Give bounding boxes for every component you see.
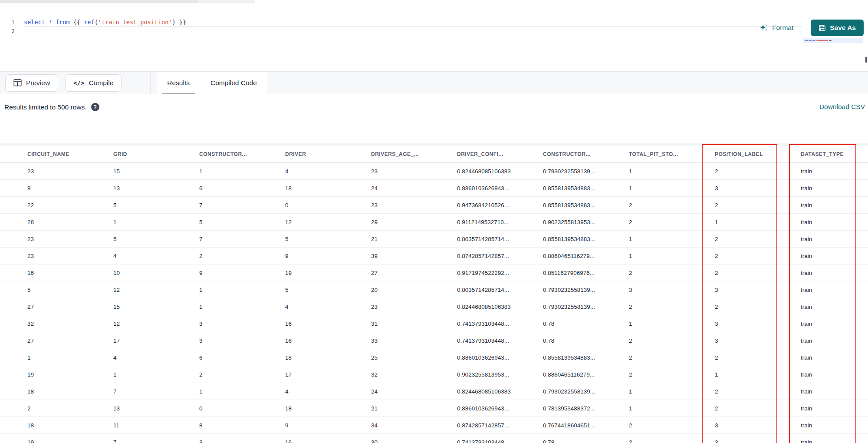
column-header: GRID (107, 151, 193, 157)
cell-position-label: 2 (709, 168, 795, 175)
cell-grid: 4 (107, 253, 193, 259)
cell-driver-confidence: 0.9023255813953... (451, 371, 537, 378)
table-row: 16 10 9 19 27 0.9171974522292... 0.85116… (0, 264, 868, 281)
cell-drivers-age: 23 (365, 202, 451, 208)
cell-circuit-name: 28 (21, 219, 107, 225)
download-csv-link[interactable]: Download CSV (819, 103, 865, 111)
code-line-2[interactable]: 2 (0, 26, 868, 35)
cell-driver: 16 (279, 439, 365, 443)
help-icon[interactable]: ? (91, 103, 99, 111)
cell-drivers-age: 29 (365, 219, 451, 225)
cell-driver-confidence: 0.824468085106383 (451, 168, 537, 175)
results-table: CIRCUIT_NAME GRID CONSTRUCTOR... DRIVER … (0, 143, 868, 443)
table-row: 2 13 0 18 21 0.8860103626943... 0.781395… (0, 400, 868, 417)
results-toolbar: Preview </> Compile Results Compiled Cod… (0, 72, 868, 94)
cell-grid: 10 (107, 270, 193, 276)
column-header: DATASET_TYPE (795, 151, 868, 157)
cell-constructor: 6 (193, 185, 279, 192)
cell-constructor-confidence: 0.8558139534883... (537, 185, 623, 192)
cell-constructor: 1 (193, 388, 279, 395)
active-line-highlight[interactable] (24, 26, 802, 35)
preview-label: Preview (26, 79, 50, 87)
code-line-1[interactable]: 1 select * from {{ ref('train_test_posit… (0, 18, 868, 26)
editor-minimap[interactable] (803, 38, 863, 43)
table-grid-icon (13, 79, 22, 86)
column-header: TOTAL_PIT_STO... (623, 151, 709, 157)
cell-grid: 15 (107, 168, 193, 175)
table-row: 22 5 7 0 23 0.9473684210526... 0.8558139… (0, 197, 868, 214)
cell-total-pit-stops: 1 (623, 388, 709, 395)
cell-driver-confidence: 0.7413793103448... (451, 337, 537, 344)
cell-driver: 9 (279, 253, 365, 259)
cell-constructor-confidence: 0.8558139534883... (537, 354, 623, 361)
cell-dataset-type: train (795, 236, 868, 242)
cell-total-pit-stops: 2 (623, 219, 709, 225)
cell-position-label: 3 (709, 321, 795, 327)
cell-constructor-confidence: 0.8860465116279... (537, 253, 623, 259)
code-area[interactable]: 1 select * from {{ ref('train_test_posit… (0, 18, 868, 35)
cell-circuit-name: 16 (21, 270, 107, 276)
cell-constructor: 9 (193, 270, 279, 276)
tab-results[interactable]: Results (157, 72, 200, 94)
table-row: 18 11 8 9 34 0.8742857142857... 0.767441… (0, 417, 868, 434)
cell-dataset-type: train (795, 388, 868, 395)
column-header: POSITION_LABEL (709, 151, 795, 157)
sparkles-icon (760, 23, 768, 32)
save-icon (819, 24, 826, 32)
cell-driver: 18 (279, 354, 365, 361)
cell-dataset-type: train (795, 287, 868, 293)
cell-position-label: 2 (709, 405, 795, 412)
row-limit-message: Results limited to 500 rows. (4, 103, 87, 111)
cell-position-label: 2 (709, 270, 795, 276)
cell-driver: 4 (279, 304, 365, 310)
cell-constructor: 5 (193, 219, 279, 225)
cell-dataset-type: train (795, 439, 868, 443)
dbt-ide-app: Format Save As 1 select * from {{ ref('t… (0, 0, 868, 443)
cell-constructor: 0 (193, 405, 279, 412)
cell-drivers-age: 23 (365, 168, 451, 175)
cell-driver-confidence: 0.9473684210526... (451, 202, 537, 208)
column-header: CONSTRUCTOR... (537, 151, 623, 157)
table-row: 19 7 3 16 30 0.7413793103448... 0.78 2 3… (0, 434, 868, 443)
editor-scrollbar[interactable] (865, 57, 867, 63)
cell-drivers-age: 24 (365, 185, 451, 192)
table-row: 18 7 1 4 24 0.824468085106383 0.79302325… (0, 383, 868, 400)
cell-dataset-type: train (795, 253, 868, 259)
tab-compiled-code[interactable]: Compiled Code (200, 72, 267, 94)
cell-position-label: 1 (709, 371, 795, 378)
cell-position-label: 3 (709, 422, 795, 429)
cell-constructor: 1 (193, 304, 279, 310)
code-icon: </> (73, 79, 84, 86)
cell-grid: 15 (107, 304, 193, 310)
cell-driver: 16 (279, 321, 365, 327)
cell-constructor-confidence: 0.7674418604651... (537, 422, 623, 429)
cell-total-pit-stops: 2 (623, 270, 709, 276)
cell-grid: 4 (107, 354, 193, 361)
table-row: 27 17 3 16 33 0.7413793103448... 0.78 2 … (0, 332, 868, 349)
cell-total-pit-stops: 3 (623, 287, 709, 293)
cell-total-pit-stops: 1 (623, 321, 709, 327)
cell-constructor: 2 (193, 253, 279, 259)
preview-button[interactable]: Preview (5, 74, 58, 92)
cell-grid: 11 (107, 422, 193, 429)
cell-position-label: 3 (709, 185, 795, 192)
cell-dataset-type: train (795, 371, 868, 378)
cell-driver-confidence: 0.8035714285714... (451, 287, 537, 293)
save-as-button[interactable]: Save As (811, 20, 864, 36)
cell-circuit-name: 19 (21, 439, 107, 443)
cell-grid: 12 (107, 321, 193, 327)
compile-button[interactable]: </> Compile (65, 74, 122, 92)
cell-position-label: 2 (709, 253, 795, 259)
column-header: DRIVER (279, 151, 365, 157)
cell-driver: 12 (279, 219, 365, 225)
cell-constructor: 3 (193, 439, 279, 443)
cell-circuit-name: 18 (21, 388, 107, 395)
cell-driver-confidence: 0.8860103626943... (451, 185, 537, 192)
cell-grid: 13 (107, 185, 193, 192)
format-button[interactable]: Format (760, 23, 793, 32)
table-row: 23 15 1 4 23 0.824468085106383 0.7930232… (0, 163, 868, 180)
cell-total-pit-stops: 2 (623, 354, 709, 361)
cell-constructor-confidence: 0.78 (537, 439, 623, 443)
sql-editor[interactable]: Format Save As 1 select * from {{ ref('t… (0, 18, 868, 71)
cell-total-pit-stops: 1 (623, 185, 709, 192)
